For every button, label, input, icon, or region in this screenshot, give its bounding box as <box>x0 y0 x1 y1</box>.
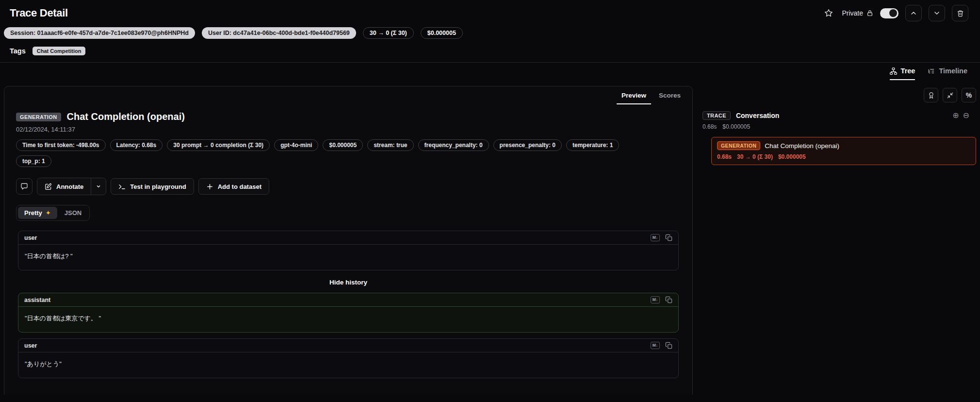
message-actions: M↓ <box>651 296 672 303</box>
header-controls: Private <box>822 5 968 21</box>
observation-heading: GENERATION Chat Completion (openai) <box>4 104 692 122</box>
markdown-toggle-icon[interactable]: M↓ <box>651 296 660 303</box>
message-actions: M↓ <box>651 234 672 241</box>
content-split: Preview Scores GENERATION Chat Completio… <box>0 80 980 395</box>
star-icon <box>824 9 833 17</box>
tab-tree-label: Tree <box>901 67 915 75</box>
message-card: assistant M↓ "日本の首都は東京です。 " <box>18 293 679 333</box>
sparkles-icon: ✦ <box>46 209 51 217</box>
annotate-dropdown-button[interactable] <box>91 178 106 195</box>
comment-button[interactable] <box>16 178 33 195</box>
trace-latency: 0.68s <box>702 123 717 130</box>
format-toggle: Pretty ✦ JSON <box>16 205 90 221</box>
generation-node-title: Chat Completion (openai) <box>765 142 839 150</box>
public-share-toggle[interactable] <box>880 8 898 18</box>
trace-tree-panel: % TRACE Conversation ⊕ ⊖ 0.68s $0.000005… <box>702 86 976 165</box>
param-badge: frequency_penalty: 0 <box>418 139 489 151</box>
tags-label: Tags <box>10 47 26 55</box>
message-content: "日本の首都は? " <box>18 245 678 270</box>
add-to-dataset-button[interactable]: Add to dataset <box>198 178 269 195</box>
expand-node-icon[interactable]: ⊕ <box>952 112 959 119</box>
observation-title: Chat Completion (openai) <box>67 111 185 122</box>
percent-icon: % <box>966 91 972 99</box>
message-role: assistant <box>24 297 50 303</box>
trace-cost: $0.000005 <box>722 123 750 130</box>
metrics-toggle-button[interactable]: % <box>962 88 976 102</box>
param-badge: Latency: 0.68s <box>110 139 163 151</box>
plus-icon <box>206 183 213 190</box>
generation-node-metrics: 0.68s 30 → 0 (Σ 30) $0.000005 <box>717 153 970 160</box>
tags-row: Tags Chat Competition <box>0 43 980 62</box>
scores-toggle-button[interactable] <box>924 88 938 102</box>
param-badge: temperature: 1 <box>566 139 619 151</box>
hide-history-button[interactable]: Hide history <box>18 276 679 287</box>
message-card: user M↓ "ありがとう" <box>18 338 679 378</box>
markdown-toggle-icon[interactable]: M↓ <box>651 342 660 349</box>
tab-preview[interactable]: Preview <box>617 89 651 104</box>
generation-node-heading: GENERATION Chat Completion (openai) <box>717 141 970 150</box>
chevron-down-icon <box>95 183 102 190</box>
param-badge: Time to first token: -498.00s <box>16 139 106 151</box>
tree-node-trace[interactable]: TRACE Conversation ⊕ ⊖ <box>702 111 976 120</box>
message-actions: M↓ <box>651 342 672 349</box>
pen-square-icon <box>45 183 52 190</box>
tab-tree[interactable]: Tree <box>890 67 915 80</box>
param-badge: stream: true <box>367 139 413 151</box>
comment-bubble-icon <box>20 183 28 190</box>
json-view-toggle[interactable]: JSON <box>58 207 88 219</box>
param-badge: top_p: 1 <box>16 155 51 167</box>
chevron-up-icon <box>910 9 917 17</box>
copy-icon[interactable] <box>665 342 672 349</box>
annotate-button-group: Annotate <box>37 178 106 195</box>
award-icon <box>928 92 935 99</box>
tag-badge[interactable]: Chat Competition <box>33 47 86 55</box>
param-badge: presence_penalty: 0 <box>493 139 562 151</box>
collapse-node-icon[interactable]: ⊖ <box>963 112 969 119</box>
param-badge: gpt-4o-mini <box>274 139 318 151</box>
observation-timestamp: 02/12/2024, 14:11:37 <box>4 122 692 133</box>
message-header: assistant M↓ <box>18 293 678 307</box>
message-list: user M↓ "日本の首都は? " Hide history assistan… <box>18 231 679 378</box>
tab-scores[interactable]: Scores <box>654 89 686 104</box>
tab-timeline[interactable]: Timeline <box>928 67 967 80</box>
param-badge: 30 prompt → 0 completion (Σ 30) <box>167 139 270 151</box>
session-badge[interactable]: Session: 01aaacf6-e0fe-457d-a7de-7c1ee08… <box>4 27 195 39</box>
tree-icon <box>890 67 897 75</box>
trace-type-badge: TRACE <box>702 111 731 120</box>
previous-trace-button[interactable] <box>905 5 922 21</box>
markdown-toggle-icon[interactable]: M↓ <box>651 234 660 241</box>
tree-expand-controls: ⊕ ⊖ <box>952 112 969 119</box>
preview-tabs: Preview Scores <box>4 86 692 104</box>
copy-icon[interactable] <box>665 296 672 303</box>
generation-tokens: 30 → 0 (Σ 30) <box>737 153 773 160</box>
pretty-label: Pretty <box>24 209 42 217</box>
page-title: Trace Detail <box>10 7 68 19</box>
test-in-playground-button[interactable]: Test in playground <box>111 178 194 195</box>
message-role: user <box>24 234 37 241</box>
copy-icon[interactable] <box>665 234 672 241</box>
visibility-text: Private <box>842 9 863 17</box>
page-header: Trace Detail Private <box>0 0 980 25</box>
trash-icon <box>957 10 964 17</box>
tree-node-generation-selected[interactable]: GENERATION Chat Completion (openai) 0.68… <box>711 137 976 165</box>
chevron-down-icon <box>933 9 941 17</box>
user-id-badge[interactable]: User ID: dc47a41e-06bc-400d-bde1-f0e440d… <box>202 27 356 39</box>
tags-list: Chat Competition <box>33 47 86 55</box>
pretty-view-toggle[interactable]: Pretty ✦ <box>18 207 57 219</box>
visibility-label: Private <box>842 9 873 17</box>
bookmark-star-button[interactable] <box>822 7 835 19</box>
delete-trace-button[interactable] <box>952 5 968 21</box>
timeline-icon <box>928 67 935 75</box>
observation-type-badge: GENERATION <box>16 113 61 121</box>
message-role: user <box>24 342 37 349</box>
trace-meta-row: Session: 01aaacf6-e0fe-457d-a7de-7c1ee08… <box>0 25 980 43</box>
message-header: user M↓ <box>18 231 678 245</box>
observation-param-badges: Time to first token: -498.00sLatency: 0.… <box>16 139 647 167</box>
next-trace-button[interactable] <box>929 5 945 21</box>
annotate-button[interactable]: Annotate <box>37 178 91 195</box>
collapse-all-button[interactable] <box>943 88 957 102</box>
param-badge: $0.000005 <box>323 139 363 151</box>
message-card: user M↓ "日本の首都は? " <box>18 231 679 270</box>
message-content: "日本の首都は東京です。 " <box>18 307 678 332</box>
observation-preview-card: Preview Scores GENERATION Chat Completio… <box>4 86 693 395</box>
